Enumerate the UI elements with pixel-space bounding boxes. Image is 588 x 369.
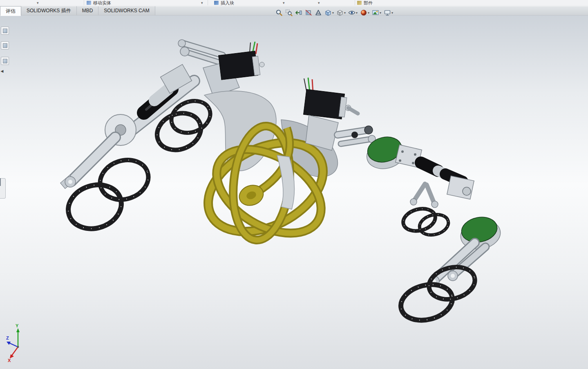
move-entities-icon[interactable] (87, 1, 91, 5)
right-lower-hoops[interactable] (397, 262, 478, 325)
component-label[interactable]: 部件 (364, 0, 373, 6)
toolbar-dropdown-caret[interactable]: ▾ (201, 0, 203, 5)
model-canvas[interactable] (0, 16, 588, 369)
tab-label: SOLIDWORKS 插件 (27, 7, 71, 14)
insert-block-icon[interactable] (214, 1, 219, 5)
tab-solidworks-cam[interactable]: SOLIDWORKS CAM (98, 6, 155, 15)
previous-view-button[interactable] (294, 8, 303, 18)
apply-scene-button[interactable] (371, 8, 382, 18)
front-right-shoulder-assembly[interactable] (304, 78, 376, 150)
toolbar-dropdown-caret[interactable]: ▾ (283, 0, 285, 5)
zoom-to-area-button[interactable] (284, 8, 293, 18)
tab-mbd[interactable]: MBD (77, 6, 99, 15)
toolbar-separator (355, 0, 355, 6)
section-view-button[interactable] (304, 8, 313, 18)
component-icon[interactable] (357, 1, 362, 5)
z-axis-label: Z (6, 335, 9, 340)
reference-triad: Y Z X (6, 322, 34, 362)
move-entities-label[interactable]: 移动实体 (93, 0, 111, 6)
view-settings-button[interactable] (383, 8, 394, 18)
apply-scene-icon (372, 9, 379, 16)
heads-up-view-toolbar (274, 8, 394, 18)
robot-model[interactable] (60, 40, 503, 325)
toolbar-separator (208, 0, 208, 6)
dynamic-annotation-views-button[interactable] (314, 8, 323, 18)
left-lower-hoops[interactable] (63, 154, 153, 235)
rear-right-leg-assembly[interactable] (429, 214, 503, 286)
toolbar-dropdown-caret[interactable]: ▾ (318, 0, 320, 5)
view-settings-icon (384, 9, 391, 16)
display-style-button[interactable] (335, 8, 347, 18)
command-toolbar-clipped: ▾ 移动实体 ▾ 插入块 ▾ ▾ 部件 (0, 0, 588, 6)
zoom-to-fit-icon (275, 9, 283, 16)
triad-origin (17, 346, 19, 348)
right-mid-hoops[interactable] (401, 206, 451, 238)
previous-view-icon (295, 9, 302, 16)
tab-label: 评估 (6, 8, 16, 15)
solidworks-window: ▾ 移动实体 ▾ 插入块 ▾ ▾ 部件 评估 SOLIDWORKS 插件 MBD… (0, 0, 588, 369)
tab-label: SOLIDWORKS CAM (104, 8, 149, 13)
display-style-icon (336, 9, 344, 16)
y-axis-arrow (16, 328, 20, 332)
dynamic-annotation-views-icon (315, 9, 322, 16)
edit-appearance-button[interactable] (359, 8, 370, 18)
right-forearm-assembly[interactable] (364, 134, 474, 208)
zoom-to-fit-button[interactable] (275, 8, 284, 18)
hide-show-items-button[interactable] (347, 8, 358, 18)
hide-show-items-icon (348, 9, 355, 16)
y-axis-label: Y (16, 323, 19, 328)
section-view-icon (305, 9, 312, 16)
edit-appearance-icon (360, 9, 367, 16)
view-orientation-button[interactable] (324, 8, 335, 18)
view-orientation-icon (324, 9, 332, 16)
zoom-to-area-icon (285, 9, 293, 16)
tab-evaluate[interactable]: 评估 (0, 6, 21, 16)
toolbar-dropdown-caret[interactable]: ▾ (37, 0, 39, 5)
toolbar-separator (84, 0, 84, 6)
x-axis-label: X (8, 358, 11, 362)
tab-label: MBD (82, 8, 93, 13)
tab-solidworks-addins[interactable]: SOLIDWORKS 插件 (21, 6, 77, 15)
graphics-area[interactable]: ◀ (0, 16, 588, 369)
insert-block-label[interactable]: 插入块 (221, 0, 234, 6)
